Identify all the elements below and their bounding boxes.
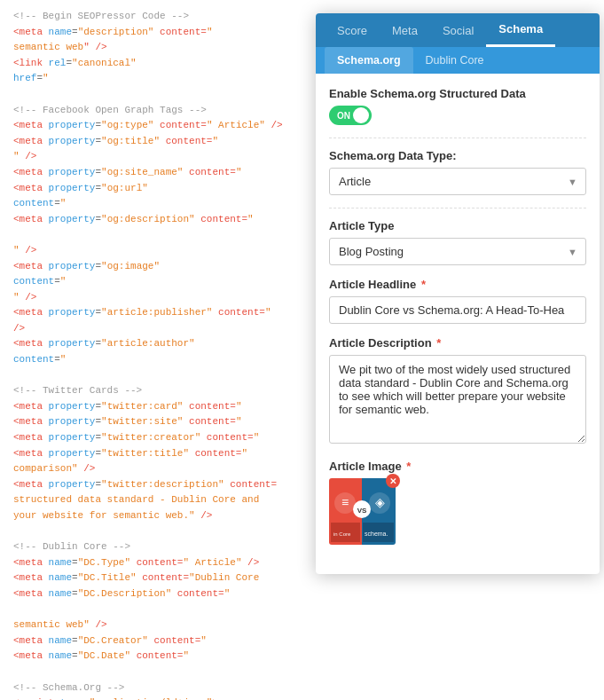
image-preview: in Core schema. VS ≡ ◈ xyxy=(329,478,396,545)
enable-field: Enable Schema.org Structured Data ON xyxy=(329,87,586,125)
article-type-field: Article Type Blog Posting News Article S… xyxy=(329,219,586,265)
sub-tab-dublin-core[interactable]: Dublin Core xyxy=(413,47,497,74)
sub-tab-schema-org[interactable]: Schema.org xyxy=(325,47,413,74)
data-type-label: Schema.org Data Type: xyxy=(329,149,586,162)
data-type-field: Schema.org Data Type: Article Blog Posti… xyxy=(329,149,586,195)
tab-schema[interactable]: Schema xyxy=(486,13,555,47)
description-required-marker: * xyxy=(434,336,442,350)
image-label: Article Image * xyxy=(329,460,586,473)
headline-input[interactable] xyxy=(329,296,586,324)
divider-2 xyxy=(329,208,586,208)
tab-social[interactable]: Social xyxy=(430,15,486,46)
code-background: <!-- Begin SEOPressor Code --> <meta nam… xyxy=(0,0,328,700)
headline-required-marker: * xyxy=(418,278,426,291)
headline-label: Article Headline * xyxy=(329,278,586,291)
image-thumb: in Core schema. VS ≡ ◈ xyxy=(329,478,396,545)
toggle-knob xyxy=(353,107,369,123)
article-type-label: Article Type xyxy=(329,219,586,232)
divider-1 xyxy=(329,138,586,138)
description-label: Article Description * xyxy=(329,336,586,350)
sub-tabs-bar: Schema.org Dublin Core xyxy=(316,47,600,74)
tab-score[interactable]: Score xyxy=(325,15,380,46)
headline-field: Article Headline * xyxy=(329,278,586,324)
top-tabs-bar: Score Meta Social Schema xyxy=(316,13,600,47)
data-type-select-wrap: Article Blog Posting Product Event ▼ xyxy=(329,168,586,195)
description-field: Article Description * We pit two of the … xyxy=(329,336,586,447)
enable-label: Enable Schema.org Structured Data xyxy=(329,87,586,100)
tab-meta[interactable]: Meta xyxy=(380,15,430,46)
image-required-marker: * xyxy=(404,460,412,473)
svg-text:VS: VS xyxy=(357,507,367,515)
toggle-text: ON xyxy=(337,111,350,121)
svg-text:schema.: schema. xyxy=(365,531,388,537)
svg-text:in Core: in Core xyxy=(333,531,351,537)
data-type-select[interactable]: Article Blog Posting Product Event xyxy=(329,168,586,195)
image-remove-button[interactable]: ✕ xyxy=(386,474,400,488)
article-type-select[interactable]: Blog Posting News Article Scholarly Arti… xyxy=(329,238,586,265)
image-field: Article Image * in Core s xyxy=(329,460,586,548)
svg-text:≡: ≡ xyxy=(341,495,349,509)
enable-toggle[interactable]: ON xyxy=(329,106,372,125)
article-image-svg: in Core schema. VS ≡ ◈ xyxy=(329,478,396,545)
description-textarea[interactable]: We pit two of the most widely used struc… xyxy=(329,355,586,444)
panel-body: Enable Schema.org Structured Data ON Sch… xyxy=(316,74,600,574)
article-type-select-wrap: Blog Posting News Article Scholarly Arti… xyxy=(329,238,586,265)
svg-text:◈: ◈ xyxy=(375,495,385,509)
schema-panel: Score Meta Social Schema Schema.org Dubl… xyxy=(316,13,600,574)
